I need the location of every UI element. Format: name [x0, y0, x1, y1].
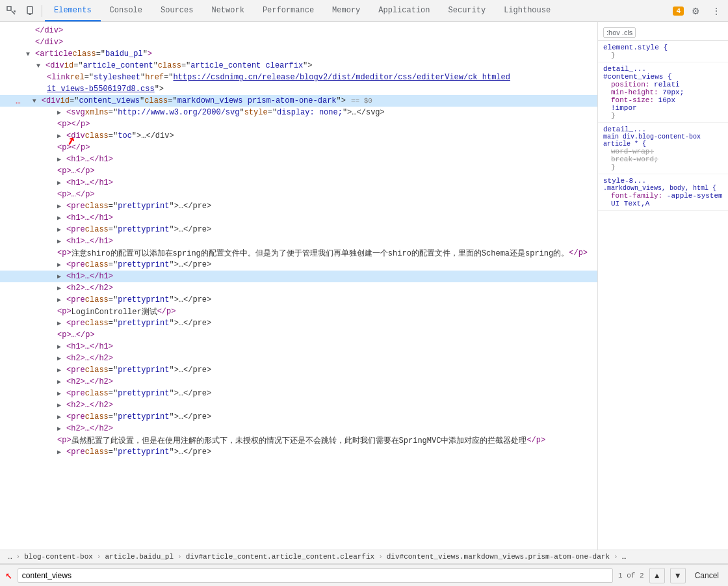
dom-line[interactable]: <p>…</p>	[0, 189, 597, 200]
tab-performance[interactable]: Performance	[254, 0, 323, 21]
dom-line[interactable]: <p></p>	[0, 142, 597, 153]
triangle-icon[interactable]: ▶	[57, 354, 66, 362]
triangle-icon[interactable]: ▶	[57, 237, 66, 245]
triangle-icon[interactable]: ▼	[36, 62, 46, 70]
dom-line[interactable]: ▶ <h2>…</h2>	[0, 282, 597, 294]
dom-line[interactable]: ▶ <pre class="prettyprint">…</pre>	[0, 259, 597, 271]
breadcrumb-blog-content-box[interactable]: blog-content-box	[21, 552, 96, 561]
dom-line[interactable]: ▶ <pre class="prettyprint">…</pre>	[0, 388, 597, 399]
triangle-icon[interactable]: ▶	[57, 413, 66, 421]
settings-button[interactable]: ⚙	[686, 2, 705, 20]
dom-line[interactable]: ▶ <h1>…</h1>	[0, 235, 597, 247]
dom-line[interactable]: <p>注意shiro的配置可以添加在spring的配置文件中。但是为了便于管理我…	[0, 247, 597, 259]
dom-line[interactable]: <p></p>	[0, 118, 597, 130]
style-selector-blog[interactable]: main div.blog-content-box article * {	[603, 133, 723, 148]
dom-line[interactable]: ▶ <pre class="prettyprint">…</pre>	[0, 446, 597, 458]
dom-line[interactable]: ▶ <h2>…</h2>	[0, 376, 597, 388]
pseudo-class-button[interactable]: :hov .cls	[603, 27, 636, 38]
styles-toolbar: :hov .cls	[598, 25, 728, 41]
triangle-icon[interactable]: ▶	[57, 390, 66, 397]
main-area: </div> </div> ▼ <article class="baidu_pl…	[0, 22, 728, 550]
dom-panel[interactable]: </div> </div> ▼ <article class="baidu_pl…	[0, 22, 598, 550]
dom-line-selected[interactable]: … ▼ <div id="content_views" class="markd…	[0, 95, 597, 107]
style-selector-content-views[interactable]: #content_views {	[603, 73, 723, 81]
triangle-icon[interactable]: ▶	[57, 319, 66, 327]
search-cancel-button[interactable]: Cancel	[691, 570, 723, 581]
devtools-toolbar: Elements Console Sources Network Perform…	[0, 0, 728, 22]
triangle-icon[interactable]: ▶	[57, 284, 66, 292]
dom-line[interactable]: ▶ <pre class="prettyprint">…</pre>	[0, 411, 597, 423]
more-button[interactable]: ⋮	[707, 2, 725, 20]
dom-line[interactable]: ▶ <pre class="prettyprint">…</pre>	[0, 200, 597, 212]
breadcrumb-ellipsis[interactable]: …	[5, 552, 15, 561]
dom-line[interactable]: <p>…</p>	[0, 329, 597, 341]
triangle-icon[interactable]: ▶	[57, 179, 66, 187]
dom-line[interactable]: ▶ <h2>…</h2>	[0, 423, 597, 434]
tab-memory[interactable]: Memory	[323, 0, 369, 21]
triangle-icon[interactable]: ▶	[57, 214, 66, 222]
dom-line[interactable]: ▶ <h1>…</h1>	[0, 271, 597, 282]
triangle-icon[interactable]: ▶	[57, 366, 66, 374]
style-rule-detail-link[interactable]: detail_...	[603, 65, 646, 73]
dom-line[interactable]: ▼ <article class="baidu_pl" >	[0, 48, 597, 60]
breadcrumb-content-views[interactable]: div#content_views.markdown_views.prism-a…	[384, 552, 612, 561]
tab-elements[interactable]: Elements	[45, 0, 101, 21]
triangle-icon[interactable]: ▶	[57, 226, 66, 233]
dom-line[interactable]: ▶ <h1>…</h1>	[0, 341, 597, 353]
toggle-device-button[interactable]	[21, 2, 39, 20]
warning-badge: 4	[673, 7, 684, 16]
dom-line[interactable]: </div>	[0, 36, 597, 48]
triangle-icon[interactable]: ▼	[32, 98, 42, 105]
styles-panel: :hov .cls element.style { } detail_... #…	[598, 22, 728, 550]
svg-rect-2	[29, 14, 31, 15]
dom-line[interactable]: ▼ <div id="article_content" class="artic…	[0, 60, 597, 72]
triangle-icon[interactable]: ▼	[26, 51, 35, 58]
dom-line[interactable]: <link rel="stylesheet" href="https://csd…	[0, 72, 597, 83]
tab-security[interactable]: Security	[439, 0, 495, 21]
dom-line[interactable]: ▶ <h2>…</h2>	[0, 399, 597, 411]
tab-lighthouse[interactable]: Lighthouse	[495, 0, 560, 21]
dom-line[interactable]: ▶ <svg xmlns="http://www.w3.org/2000/svg…	[0, 107, 597, 118]
breadcrumb-end-ellipsis[interactable]: …	[619, 552, 629, 561]
tab-application[interactable]: Application	[369, 0, 439, 21]
tab-sources[interactable]: Sources	[151, 0, 202, 21]
search-input[interactable]	[18, 568, 613, 583]
triangle-icon[interactable]: ▶	[57, 202, 66, 210]
dom-line[interactable]: ▶ <h1>…</h1>	[0, 153, 597, 165]
dom-line[interactable]: ▶ <h2>…</h2>	[0, 353, 597, 364]
triangle-icon[interactable]: ▶	[57, 109, 66, 116]
triangle-icon[interactable]: ▶	[57, 155, 66, 163]
breadcrumb-article[interactable]: article.baidu_pl	[102, 552, 176, 561]
dom-line[interactable]: </div>	[0, 25, 597, 36]
dom-line[interactable]: ▶ <pre class="prettyprint">…</pre>	[0, 294, 597, 306]
inspect-element-button[interactable]	[3, 2, 21, 20]
dom-line[interactable]: ▶ <pre class="prettyprint">…</pre>	[0, 317, 597, 329]
dom-line[interactable]: ▶ <pre class="prettyprint">…</pre>	[0, 224, 597, 235]
dom-line[interactable]: <p>LoginController测试</p>	[0, 306, 597, 317]
triangle-icon[interactable]: ▶	[57, 273, 66, 280]
style-selector[interactable]: element.style {	[603, 44, 723, 51]
dom-line[interactable]: ▶ <pre class="prettyprint">…</pre>	[0, 364, 597, 376]
dom-line[interactable]: ▶ <h1>…</h1>	[0, 177, 597, 189]
triangle-icon[interactable]: ▶	[57, 132, 66, 140]
search-prev-button[interactable]: ▲	[649, 568, 665, 583]
dom-line[interactable]: <p>…</p>	[0, 165, 597, 177]
triangle-icon[interactable]: ▶	[57, 448, 66, 456]
tab-console[interactable]: Console	[101, 0, 151, 21]
tab-network[interactable]: Network	[202, 0, 253, 21]
style-rule-detail2-link[interactable]: detail_...	[603, 126, 723, 133]
dom-line[interactable]: ▶ <div class="toc">…</div>	[0, 130, 597, 142]
dom-line[interactable]: <p>虽然配置了此设置，但是在使用注解的形式下，未授权的情况下还是不会跳转，此时…	[0, 434, 597, 446]
dom-line[interactable]: ▶ <h1>…</h1>	[0, 212, 597, 224]
triangle-icon[interactable]: ▶	[57, 401, 66, 409]
style-rule-style8-link[interactable]: style-8...	[603, 177, 723, 185]
breadcrumb-article-content[interactable]: div#article_content.article_content.clea…	[183, 552, 377, 561]
triangle-icon[interactable]: ▶	[57, 261, 66, 269]
style-selector-markdown[interactable]: .markdown_views, body, html {	[603, 185, 723, 192]
triangle-icon[interactable]: ▶	[57, 343, 66, 351]
triangle-icon[interactable]: ▶	[57, 296, 66, 304]
search-next-button[interactable]: ▼	[670, 568, 686, 583]
triangle-icon[interactable]: ▶	[57, 378, 66, 386]
triangle-icon[interactable]: ▶	[57, 425, 66, 433]
dom-line[interactable]: it_views-b5506197d8.css">	[0, 83, 597, 95]
